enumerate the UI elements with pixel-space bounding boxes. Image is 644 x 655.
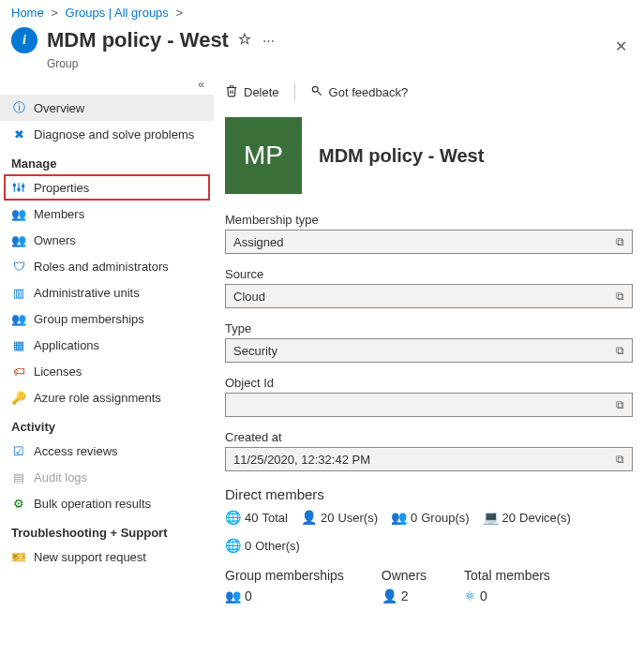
sidebar-item-label: Access reviews [34,444,118,458]
tag-icon: 🏷 [11,364,26,379]
stat-label: User(s) [337,511,378,525]
field-value-box: Assigned ⧉ [225,230,633,254]
stat-label: Other(s) [255,539,300,553]
key-icon: 🔑 [11,390,26,405]
breadcrumb-home[interactable]: Home [11,6,44,20]
breadcrumb-groups[interactable]: Groups | All groups [66,6,169,20]
sidebar-item-label: Diagnose and solve problems [34,127,194,141]
hero: MP MDM policy - West [225,110,633,213]
close-icon[interactable]: ✕ [615,37,627,55]
page-title: MDM policy - West [47,28,229,52]
sidebar-item-support[interactable]: 🎫 New support request [0,543,214,570]
summary-row: Group memberships 👥 0 Owners 👤 2 Total m… [225,568,633,603]
summary-title: Owners [382,568,427,583]
stat-total: 🌐 40 Total [225,510,288,525]
main-content: Delete Got feedback? MP MDM policy - Wes… [214,76,644,603]
device-icon: 💻 [483,510,499,525]
copy-icon[interactable]: ⧉ [616,235,624,248]
org-icon: ▥ [11,285,26,300]
sidebar-item-owners[interactable]: 👥 Owners [0,227,214,253]
field-value: Assigned [233,235,283,249]
direct-members-row: 🌐 40 Total 👤 20 User(s) 👥 0 Group(s) 💻 2… [225,510,633,553]
stat-groups: 👥 0 Group(s) [391,510,470,525]
stat-count: 0 [245,539,251,553]
sidebar-item-label: Audit logs [34,470,87,484]
sidebar-item-label: Azure role assignments [34,391,161,405]
log-icon: ▤ [11,469,26,484]
stat-count: 40 [245,511,258,525]
atom-icon: ⚛ [464,588,476,603]
pin-icon[interactable] [238,33,251,49]
sidebar-item-label: Properties [34,181,89,195]
copy-icon[interactable]: ⧉ [616,344,624,357]
stat-count: 0 [411,511,417,525]
sidebar-item-bulk[interactable]: ⚙ Bulk operation results [0,490,214,516]
person-icon: 👤 [301,510,317,525]
sidebar-item-properties[interactable]: Properties [4,174,210,201]
stat-label: Device(s) [519,511,571,525]
sidebar-item-label: Members [34,207,84,221]
sidebar-section-trouble: Troubleshooting + Support [0,516,214,543]
sidebar-item-roles[interactable]: 🛡 Roles and administrators [0,253,214,279]
svg-point-6 [312,86,318,92]
info-icon: ⓘ [11,100,26,115]
summary-count: 0 [480,588,487,603]
sidebar-item-label: Group memberships [34,312,144,326]
svg-point-3 [13,185,15,186]
sidebar-item-label: Applications [34,338,99,352]
summary-total-members: Total members ⚛ 0 [464,568,550,603]
summary-count: 2 [401,588,409,603]
field-value: Security [233,344,277,358]
sidebar-item-licenses[interactable]: 🏷 Licenses [0,358,214,384]
page-header: i MDM policy - West ⋯ [0,23,644,61]
sidebar-item-applications[interactable]: ▦ Applications [0,332,214,358]
info-icon: i [11,27,37,53]
sidebar-item-azure-roles[interactable]: 🔑 Azure role assignments [0,384,214,410]
feedback-button[interactable]: Got feedback? [310,84,409,100]
people-icon: 👥 [225,588,241,603]
copy-icon[interactable]: ⧉ [616,290,624,303]
sidebar-item-label: Overview [34,101,84,115]
direct-members-title: Direct members [225,486,633,502]
sidebar-item-access-reviews[interactable]: ☑ Access reviews [0,438,214,464]
copy-icon[interactable]: ⧉ [616,398,624,411]
feedback-label: Got feedback? [329,85,409,99]
collapse-sidebar-icon[interactable]: « [0,76,214,95]
group-icon: 👥 [11,311,26,326]
sidebar-item-overview[interactable]: ⓘ Overview [0,95,214,121]
field-label: Object Id [225,376,633,390]
stat-label: Total [262,511,287,525]
stat-users: 👤 20 User(s) [301,510,378,525]
field-value-box: Security ⧉ [225,338,633,363]
people-icon: 👥 [11,232,26,247]
field-value-box: Cloud ⧉ [225,284,633,308]
sidebar-item-admin-units[interactable]: ▥ Administrative units [0,279,214,305]
field-label: Source [225,267,633,281]
copy-icon[interactable]: ⧉ [616,453,624,466]
sidebar-item-members[interactable]: 👥 Members [0,201,214,227]
delete-button[interactable]: Delete [225,84,279,100]
list-check-icon: ☑ [11,443,26,458]
field-object-id: Object Id ⧉ [225,376,633,417]
summary-group-memberships: Group memberships 👥 0 [225,568,344,603]
sidebar-item-label: Bulk operation results [34,497,151,511]
sidebar-item-label: New support request [34,550,146,564]
globe-icon: 🌐 [225,510,241,525]
sidebar-item-group-memberships[interactable]: 👥 Group memberships [0,305,214,332]
field-label: Created at [225,430,633,444]
svg-point-5 [22,186,24,187]
gears-icon: ⚙ [11,496,26,511]
sidebar-item-audit-logs[interactable]: ▤ Audit logs [0,464,214,490]
sidebar: « ⓘ Overview ✖ Diagnose and solve proble… [0,76,214,603]
sidebar-item-label: Owners [34,233,76,247]
field-value-box: 11/25/2020, 12:32:42 PM ⧉ [225,447,633,471]
stat-label: Group(s) [421,511,469,525]
summary-count: 0 [245,588,252,603]
group-avatar: MP [225,117,302,194]
sidebar-item-diagnose[interactable]: ✖ Diagnose and solve problems [0,121,214,147]
summary-title: Total members [464,568,550,583]
more-icon[interactable]: ⋯ [262,34,275,48]
stat-count: 20 [321,511,334,525]
field-value: Cloud [233,290,265,304]
field-label: Type [225,321,633,335]
